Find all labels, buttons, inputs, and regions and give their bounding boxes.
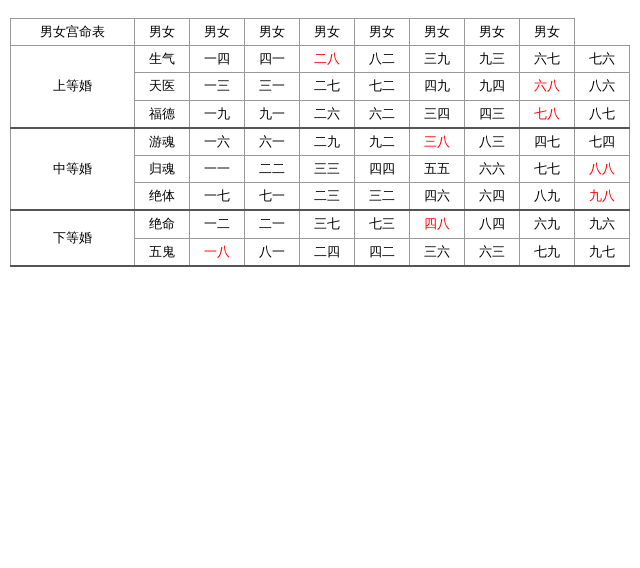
data-cell: 六九	[519, 210, 574, 238]
sub-label: 生气	[135, 46, 190, 73]
data-cell: 九一	[245, 100, 300, 128]
data-cell: 三一	[245, 73, 300, 100]
data-cell: 八九	[519, 183, 574, 211]
col-header-8: 男女	[519, 19, 574, 46]
data-cell: 七三	[355, 210, 410, 238]
data-cell: 七一	[245, 183, 300, 211]
data-cell: 六一	[245, 128, 300, 156]
data-cell: 一三	[190, 73, 245, 100]
data-cell: 九三	[464, 46, 519, 73]
col-header-2: 男女	[190, 19, 245, 46]
data-cell: 七四	[574, 128, 629, 156]
data-cell: 二九	[300, 128, 355, 156]
table-row: 上等婚生气一四四一二八八二三九九三六七七六	[11, 46, 630, 73]
data-cell: 一九	[190, 100, 245, 128]
col-header-7: 男女	[464, 19, 519, 46]
data-cell: 八七	[574, 100, 629, 128]
data-cell: 七二	[355, 73, 410, 100]
group-label: 上等婚	[11, 46, 135, 128]
col-header-3: 男女	[245, 19, 300, 46]
main-table: 男女宫命表男女男女男女男女男女男女男女男女 上等婚生气一四四一二八八二三九九三六…	[10, 18, 630, 267]
data-cell: 二三	[300, 183, 355, 211]
sub-label: 五鬼	[135, 238, 190, 266]
sub-label: 福德	[135, 100, 190, 128]
data-cell: 六三	[464, 238, 519, 266]
group-label: 中等婚	[11, 128, 135, 211]
data-cell: 九七	[574, 238, 629, 266]
table-row: 中等婚游魂一六六一二九九二三八八三四七七四	[11, 128, 630, 156]
data-cell: 二一	[245, 210, 300, 238]
data-cell: 四三	[464, 100, 519, 128]
data-cell: 八二	[355, 46, 410, 73]
col-header-6: 男女	[409, 19, 464, 46]
table-row: 下等婚绝命一二二一三七七三四八八四六九九六	[11, 210, 630, 238]
data-cell: 一四	[190, 46, 245, 73]
col-header-5: 男女	[355, 19, 410, 46]
data-cell: 二八	[300, 46, 355, 73]
data-cell: 三八	[409, 128, 464, 156]
data-cell: 八三	[464, 128, 519, 156]
data-cell: 二二	[245, 155, 300, 182]
data-cell: 四九	[409, 73, 464, 100]
data-cell: 九四	[464, 73, 519, 100]
data-cell: 三三	[300, 155, 355, 182]
data-cell: 八八	[574, 155, 629, 182]
data-cell: 二四	[300, 238, 355, 266]
data-cell: 七六	[574, 46, 629, 73]
data-cell: 一六	[190, 128, 245, 156]
data-cell: 四七	[519, 128, 574, 156]
data-cell: 四六	[409, 183, 464, 211]
data-cell: 六二	[355, 100, 410, 128]
data-cell: 二七	[300, 73, 355, 100]
data-cell: 一七	[190, 183, 245, 211]
sub-label: 绝体	[135, 183, 190, 211]
col-header-1: 男女	[135, 19, 190, 46]
col-header-4: 男女	[300, 19, 355, 46]
data-cell: 三四	[409, 100, 464, 128]
data-cell: 三二	[355, 183, 410, 211]
data-cell: 八四	[464, 210, 519, 238]
data-cell: 一八	[190, 238, 245, 266]
data-cell: 四四	[355, 155, 410, 182]
data-cell: 三七	[300, 210, 355, 238]
sub-label: 归魂	[135, 155, 190, 182]
corner-header: 男女宫命表	[11, 19, 135, 46]
data-cell: 一一	[190, 155, 245, 182]
data-cell: 九二	[355, 128, 410, 156]
column-header-row: 男女宫命表男女男女男女男女男女男女男女男女	[11, 19, 630, 46]
sub-label: 游魂	[135, 128, 190, 156]
data-cell: 八一	[245, 238, 300, 266]
data-cell: 七七	[519, 155, 574, 182]
data-cell: 一二	[190, 210, 245, 238]
group-label: 下等婚	[11, 210, 135, 265]
data-cell: 四八	[409, 210, 464, 238]
sub-label: 绝命	[135, 210, 190, 238]
data-cell: 九六	[574, 210, 629, 238]
data-cell: 八六	[574, 73, 629, 100]
data-cell: 三九	[409, 46, 464, 73]
data-cell: 七九	[519, 238, 574, 266]
data-cell: 九八	[574, 183, 629, 211]
data-cell: 三六	[409, 238, 464, 266]
data-cell: 四二	[355, 238, 410, 266]
data-cell: 二六	[300, 100, 355, 128]
data-cell: 七八	[519, 100, 574, 128]
data-cell: 四一	[245, 46, 300, 73]
data-cell: 六七	[519, 46, 574, 73]
data-cell: 六八	[519, 73, 574, 100]
data-cell: 五五	[409, 155, 464, 182]
data-cell: 六六	[464, 155, 519, 182]
data-cell: 六四	[464, 183, 519, 211]
sub-label: 天医	[135, 73, 190, 100]
